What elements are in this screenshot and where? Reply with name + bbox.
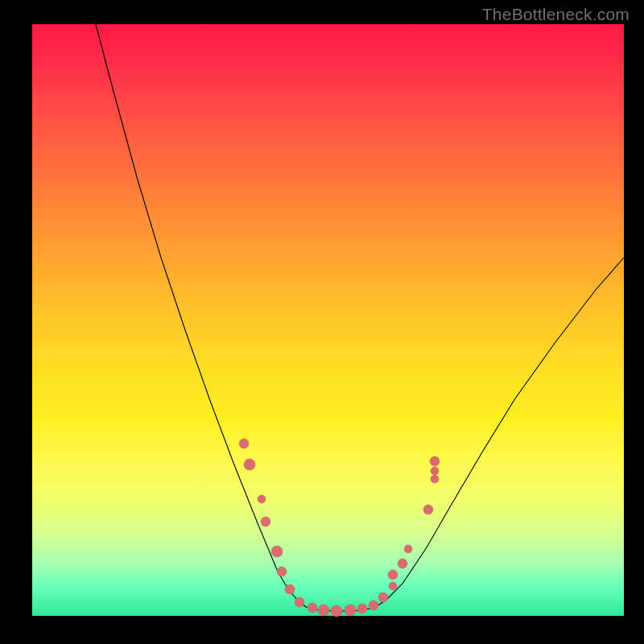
data-marker-14 <box>378 592 388 602</box>
chart-svg <box>32 24 624 616</box>
data-marker-2 <box>258 495 266 503</box>
data-marker-6 <box>285 584 295 594</box>
watermark-text: TheBottleneck.com <box>482 5 630 24</box>
data-marker-4 <box>271 546 283 557</box>
data-marker-21 <box>431 467 439 475</box>
data-marker-20 <box>431 475 439 483</box>
data-marker-7 <box>295 597 304 607</box>
data-marker-17 <box>398 559 407 568</box>
curve-right-curve <box>374 258 624 608</box>
curve-group <box>96 24 624 611</box>
data-marker-12 <box>357 604 367 613</box>
data-marker-13 <box>369 601 378 610</box>
data-marker-22 <box>430 456 440 466</box>
data-marker-16 <box>388 570 398 580</box>
data-marker-19 <box>423 505 433 514</box>
curve-left-curve <box>96 24 306 607</box>
data-marker-0 <box>239 439 249 448</box>
data-marker-10 <box>331 605 342 617</box>
markers-group <box>239 439 440 617</box>
data-marker-5 <box>277 567 287 576</box>
data-marker-18 <box>404 545 412 553</box>
plot-area <box>32 24 624 616</box>
data-marker-15 <box>389 582 397 590</box>
chart-frame: TheBottleneck.com <box>0 0 644 644</box>
data-marker-9 <box>318 605 329 616</box>
data-marker-3 <box>261 517 270 526</box>
data-marker-11 <box>345 605 356 616</box>
data-marker-1 <box>244 459 255 470</box>
data-marker-8 <box>308 603 317 613</box>
